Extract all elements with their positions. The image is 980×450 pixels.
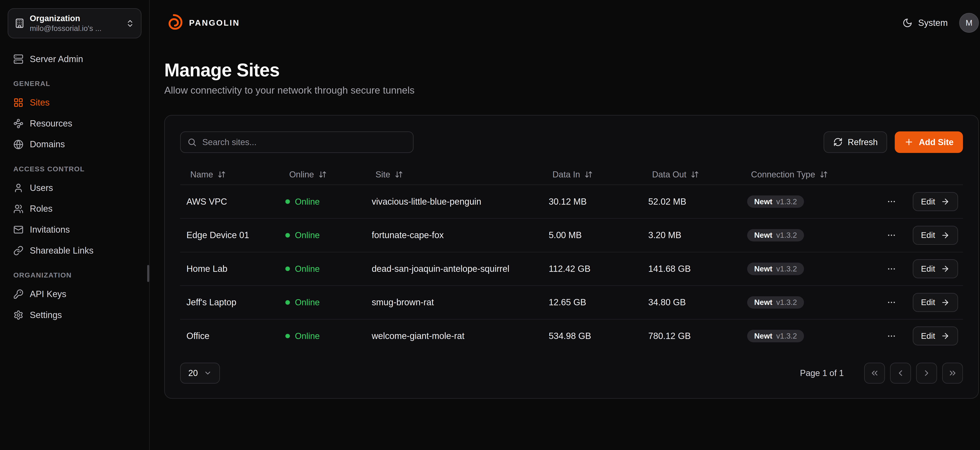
sort-icon [584,170,593,179]
status-badge: Online [285,264,320,274]
column-header-data-in[interactable]: Data In [542,170,642,179]
avatar[interactable]: M [959,13,979,33]
site-name: Jeff's Laptop [180,297,279,307]
sidebar-item-label: Shareable Links [30,246,94,256]
sidebar-item-api-keys[interactable]: API Keys [8,284,142,305]
pangolin-logo-icon [164,13,183,32]
section-label-access-control: ACCESS CONTROL [13,165,136,173]
connection-type-badge: Newtv1.3.2 [747,229,804,241]
sidebar-item-label: Sites [30,98,49,108]
site-tunnel-name: vivacious-little-blue-penguin [365,196,542,207]
brand-link[interactable]: PANGOLIN [164,13,240,32]
data-out-value: 52.02 MB [642,196,741,207]
user-icon [13,183,24,193]
topbar-right: System M [902,13,979,33]
org-switcher[interactable]: Organization milo@fossorial.io's ... [8,8,142,38]
column-header-site[interactable]: Site [365,170,542,179]
sidebar-item-server-admin[interactable]: Server Admin [8,49,142,70]
search-input[interactable] [180,132,414,153]
row-menu-button[interactable] [884,295,899,310]
waypoints-icon [13,119,24,129]
chevrons-up-down-icon [126,19,134,28]
main-content: PANGOLIN System M Manage Sites Allow con… [150,0,980,450]
edit-button[interactable]: Edit [913,192,958,211]
arrow-right-icon [941,231,950,240]
org-switcher-text: Organization milo@fossorial.io's ... [30,13,121,33]
sites-table: Name Online Site Data In Data Out Connec… [165,164,978,352]
gear-icon [13,310,24,320]
edit-button[interactable]: Edit [913,293,958,312]
app-root: Organization milo@fossorial.io's ... Ser… [0,0,980,450]
search-icon [187,137,197,147]
sites-panel: Refresh Add Site Name Online Site Data I… [164,115,979,399]
sidebar-item-shareable-links[interactable]: Shareable Links [8,240,142,261]
sidebar-nav: Server Admin GENERAL Sites Resources Dom… [8,49,142,325]
site-name: AWS VPC [180,196,279,207]
sidebar-item-users[interactable]: Users [8,177,142,198]
section-label-organization: ORGANIZATION [13,271,136,279]
sidebar-item-label: Users [30,183,53,193]
ellipsis-icon [887,197,896,206]
brand-name: PANGOLIN [189,18,240,28]
refresh-icon [833,137,843,147]
column-header-connection-type[interactable]: Connection Type [741,170,891,179]
sort-icon [318,170,327,179]
sort-icon [820,170,828,179]
column-header-data-out[interactable]: Data Out [642,170,741,179]
row-menu-button[interactable] [884,228,899,242]
sidebar-item-label: Domains [30,139,65,149]
sidebar-item-resources[interactable]: Resources [8,113,142,134]
online-dot-icon [285,233,290,238]
edit-button[interactable]: Edit [913,326,958,345]
data-out-value: 3.20 MB [642,230,741,240]
refresh-label: Refresh [848,137,878,147]
data-out-value: 141.68 GB [642,264,741,274]
connection-type-badge: Newtv1.3.2 [747,296,804,309]
sidebar-scrollbar-thumb[interactable] [147,265,149,282]
edit-button[interactable]: Edit [913,259,958,278]
sidebar-item-settings[interactable]: Settings [8,305,142,326]
theme-toggle-label: System [918,18,948,28]
table-row: Office Online welcome-giant-mole-rat 534… [180,319,963,353]
building-icon [14,18,25,29]
org-switcher-value: milo@fossorial.io's ... [30,24,121,33]
arrow-right-icon [941,331,950,340]
prev-page-button[interactable] [890,363,911,383]
last-page-button[interactable] [942,363,963,383]
site-tunnel-name: fortunate-cape-fox [365,230,542,240]
sidebar-item-roles[interactable]: Roles [8,198,142,219]
arrow-right-icon [941,197,950,206]
sidebar-item-sites[interactable]: Sites [8,92,142,113]
edit-button[interactable]: Edit [913,226,958,245]
sidebar-item-label: Settings [30,310,62,320]
site-tunnel-name: smug-brown-rat [365,297,542,307]
status-badge: Online [285,197,320,207]
theme-toggle-button[interactable]: System [902,18,948,28]
row-menu-button[interactable] [884,329,899,343]
connection-type-badge: Newtv1.3.2 [747,330,804,342]
sidebar-item-domains[interactable]: Domains [8,134,142,155]
column-header-online[interactable]: Online [279,170,365,179]
next-page-button[interactable] [916,363,937,383]
ellipsis-icon [887,230,896,240]
arrow-right-icon [941,298,950,307]
page-info: Page 1 of 1 [800,368,844,378]
add-site-button[interactable]: Add Site [895,132,963,153]
row-menu-button[interactable] [884,195,899,209]
plus-icon [904,137,914,147]
online-dot-icon [285,300,290,305]
sidebar-item-invitations[interactable]: Invitations [8,219,142,240]
sort-icon [395,170,403,179]
first-page-button[interactable] [864,363,885,383]
table-footer: 20 Page 1 of 1 [165,352,978,398]
row-menu-button[interactable] [884,261,899,276]
avatar-initial: M [966,18,972,28]
site-name: Office [180,331,279,341]
users-icon [13,204,24,214]
sites-toolbar: Refresh Add Site [165,116,978,164]
page-size-select[interactable]: 20 [180,363,220,383]
refresh-button[interactable]: Refresh [824,132,887,153]
connection-type-badge: Newtv1.3.2 [747,195,804,208]
column-header-name[interactable]: Name [180,170,279,179]
online-dot-icon [285,334,290,338]
